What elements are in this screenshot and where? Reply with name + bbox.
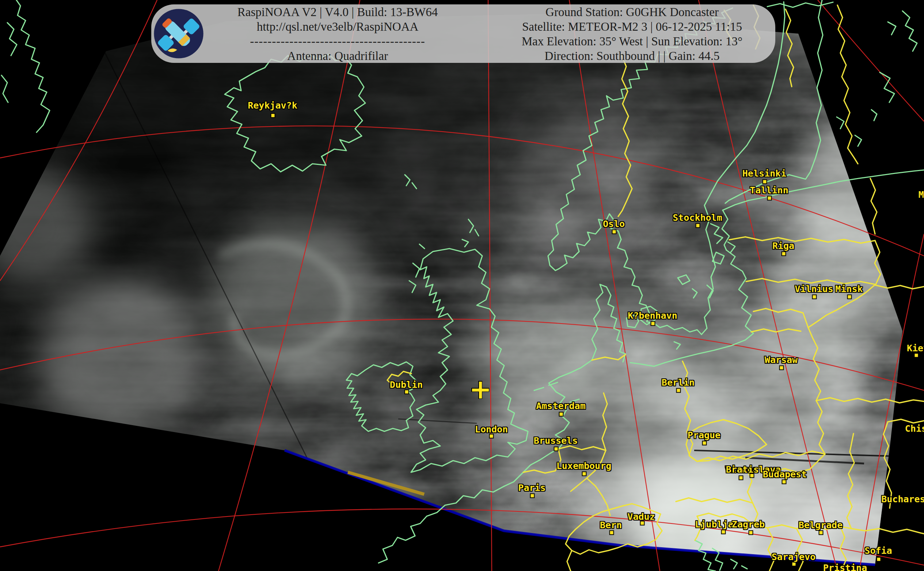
city-label-berlin: Berlin — [662, 377, 695, 388]
banner-app-version: RaspiNOAA V2 | V4.0 | Build: 13-BW64 — [210, 5, 465, 19]
ground-station-marker — [472, 382, 489, 398]
city-dot-belgrade — [819, 531, 823, 534]
city-dot-prague — [703, 441, 706, 445]
city-label-sofia: Sofia — [864, 545, 892, 556]
city-dot-warsaw — [780, 366, 783, 370]
banner-direction-gain: Direction: Southbound | | Gain: 44.5 — [502, 49, 762, 63]
city-label-kiev: Kiev — [907, 343, 924, 353]
city-label-helsinki: Helsinki — [742, 168, 786, 179]
banner-divider-dashes: ---------------------------------------- — [210, 34, 465, 49]
city-dot-kiev — [915, 354, 918, 357]
city-dot-luxembourg — [583, 472, 586, 475]
city-dot-paris — [531, 494, 534, 497]
city-dot-zagreb — [749, 531, 753, 534]
city-label-prague: Prague — [688, 430, 721, 440]
banner-right-column: Ground Station: G0GHK Doncaster Satellit… — [502, 5, 762, 63]
city-dot-sofia — [877, 558, 881, 561]
city-dot-minsk — [848, 295, 851, 299]
city-label-oslo: Oslo — [603, 219, 625, 229]
city-dot-reykjav-k — [271, 114, 275, 117]
satellite-map — [0, 0, 924, 571]
banner-elevations: Max Elevation: 35° West | Sun Elevation:… — [502, 34, 762, 49]
city-label-vaduz: Vaduz — [627, 511, 655, 522]
banner-antenna: Antenna: Quadrifilar — [210, 49, 465, 63]
info-banner: RaspiNOAA V2 | V4.0 | Build: 13-BW64 htt… — [151, 5, 775, 63]
banner-ground-station: Ground Station: G0GHK Doncaster — [502, 5, 762, 19]
city-label-luxembourg: Luxembourg — [556, 461, 611, 471]
city-dot-vilnius — [813, 295, 816, 299]
banner-satellite-pass: Satellite: METEOR-M2 3 | 06-12-2025 11:1… — [502, 19, 762, 34]
city-dot-amsterdam — [560, 413, 563, 416]
city-dot-tallinn — [768, 197, 771, 200]
banner-left-column: RaspiNOAA V2 | V4.0 | Build: 13-BW64 htt… — [210, 5, 465, 63]
city-label-brussels: Brussels — [534, 435, 578, 446]
city-dot-dublin — [405, 390, 408, 394]
city-label-moscow: Moscow — [918, 189, 924, 200]
city-dot-vaduz — [641, 522, 644, 525]
city-label-pristina: Pristina — [823, 563, 867, 571]
city-label-amsterdam: Amsterdam — [536, 401, 585, 411]
city-label-dublin: Dublin — [390, 380, 423, 390]
city-dot-helsinki — [763, 180, 767, 184]
city-label-stockholm: Stockholm — [673, 212, 722, 223]
city-label-sarajevo: Sarajevo — [772, 552, 816, 562]
satellite-ground-station-screen: { "banner": { "logo": "raspinoaa-satelli… — [0, 0, 924, 571]
city-dot-k-benhavn — [651, 322, 655, 326]
city-label-k-benhavn: K?benhavn — [628, 310, 677, 321]
city-dot-ljubljana — [722, 531, 725, 534]
city-label-budapest: Budapest — [763, 469, 807, 480]
city-dot-vienna — [739, 476, 743, 480]
city-label-bern: Bern — [600, 520, 622, 531]
city-label-warsaw: Warsaw — [765, 355, 798, 365]
city-dot-brussels — [554, 448, 558, 451]
city-dot-berlin — [677, 389, 680, 392]
city-label-reykjav-k: Reykjav?k — [248, 100, 297, 111]
city-label-zagreb: Zagreb — [732, 519, 765, 530]
city-label-vilnius: Vilnius — [795, 284, 833, 294]
city-dot-budapest — [782, 480, 786, 484]
city-dot-bern — [610, 531, 613, 534]
raspinoaa-satellite-logo-icon — [154, 8, 204, 59]
banner-url: http://qsl.net/ve3elb/RaspiNOAA — [210, 19, 465, 34]
city-label-london: London — [475, 424, 508, 435]
city-label-chisinau: Chisinau — [905, 423, 924, 434]
city-label-paris: Paris — [518, 483, 545, 493]
city-dot-london — [490, 435, 493, 438]
city-label-tallinn: Tallinn — [750, 185, 788, 196]
city-dot-sarajevo — [793, 563, 796, 566]
city-dot-stockholm — [696, 224, 700, 227]
city-dot-riga — [782, 252, 785, 256]
city-label-minsk: Minsk — [835, 284, 862, 294]
city-label-riga: Riga — [772, 241, 794, 251]
city-label-belgrade: Belgrade — [799, 520, 842, 531]
city-dot-oslo — [613, 230, 616, 234]
city-label-bucharest: Bucharest — [881, 494, 924, 505]
